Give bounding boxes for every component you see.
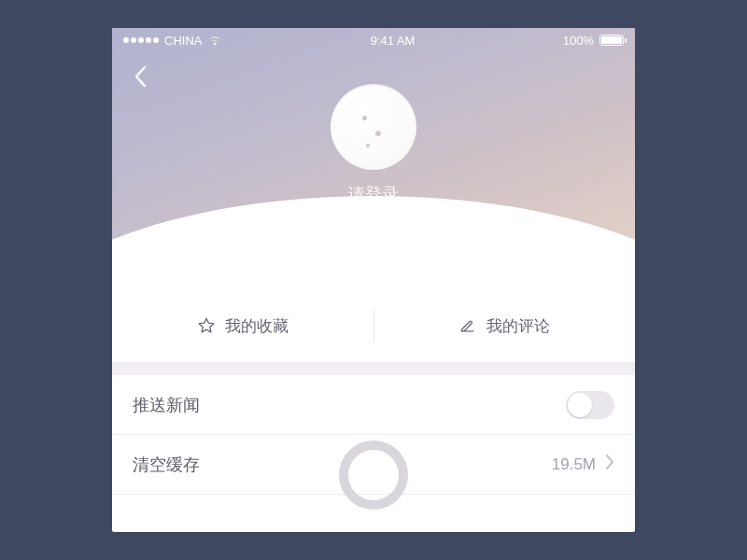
battery-percent-label: 100% <box>563 34 594 48</box>
section-divider <box>112 362 635 375</box>
favorites-button[interactable]: 我的收藏 <box>112 315 374 337</box>
push-news-row: 推送新闻 <box>112 375 635 435</box>
header-curve <box>112 196 635 289</box>
status-bar: CHINA 9:41 AM 100% <box>112 28 635 49</box>
favorites-label: 我的收藏 <box>225 315 289 337</box>
cache-size-value: 19.5M <box>552 455 596 474</box>
avatar[interactable] <box>331 84 416 170</box>
push-news-label: 推送新闻 <box>133 394 566 416</box>
wifi-icon <box>207 35 222 46</box>
profile-header: CHINA 9:41 AM 100% 请登录 <box>112 28 635 289</box>
edit-icon <box>458 316 477 335</box>
profile-area: 请登录 <box>112 84 635 205</box>
carrier-label: CHINA <box>164 34 202 48</box>
signal-dots-icon <box>123 37 159 43</box>
comments-label: 我的评论 <box>486 315 550 337</box>
status-right: 100% <box>563 34 624 48</box>
phone-screen: CHINA 9:41 AM 100% 请登录 我的收藏 <box>112 28 635 532</box>
star-icon <box>197 316 216 335</box>
push-news-toggle[interactable] <box>566 391 614 419</box>
status-left: CHINA <box>123 34 222 48</box>
battery-icon <box>599 35 624 46</box>
comments-button[interactable]: 我的评论 <box>374 315 635 337</box>
clock-label: 9:41 AM <box>371 34 416 48</box>
loading-spinner-icon <box>339 441 408 510</box>
chevron-right-icon <box>605 455 614 474</box>
quick-actions: 我的收藏 我的评论 <box>112 289 635 362</box>
